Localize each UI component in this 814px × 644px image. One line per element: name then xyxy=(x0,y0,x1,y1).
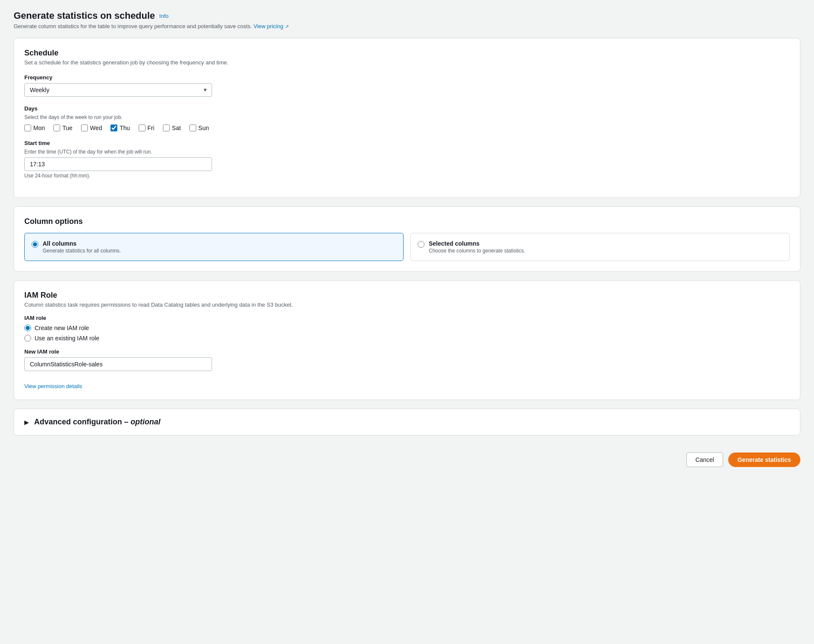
create-new-iam-role-item[interactable]: Create new IAM role xyxy=(24,325,790,331)
iam-role-label: IAM role xyxy=(24,315,790,321)
day-fri-checkbox[interactable] xyxy=(139,125,145,131)
schedule-card: Schedule Set a schedule for the statisti… xyxy=(14,38,800,198)
day-thu-checkbox[interactable] xyxy=(110,125,117,131)
schedule-subtitle: Set a schedule for the statistics genera… xyxy=(24,59,790,66)
start-time-input[interactable] xyxy=(24,157,212,171)
day-mon-checkbox[interactable] xyxy=(24,125,31,131)
all-columns-content: All columns Generate statistics for all … xyxy=(43,240,121,254)
schedule-title: Schedule xyxy=(24,49,790,58)
selected-columns-title: Selected columns xyxy=(429,240,525,247)
create-new-iam-radio[interactable] xyxy=(24,325,31,331)
days-helper: Select the days of the week to run your … xyxy=(24,114,790,120)
page-title: Generate statistics on schedule xyxy=(14,10,155,21)
new-iam-role-group: New IAM role xyxy=(24,348,790,371)
iam-role-radio-group: IAM role Create new IAM role Use an exis… xyxy=(24,315,790,342)
column-options-grid: All columns Generate statistics for all … xyxy=(24,233,790,261)
page-header: Generate statistics on schedule Info Gen… xyxy=(14,10,800,29)
all-columns-option[interactable]: All columns Generate statistics for all … xyxy=(24,233,404,261)
advanced-config-title: Advanced configuration – optional xyxy=(34,418,160,426)
frequency-select-wrapper: Weekly Hourly Daily Monthly Custom ▼ xyxy=(24,83,212,97)
day-mon[interactable]: Mon xyxy=(24,125,45,131)
days-group: Days Select the days of the week to run … xyxy=(24,105,790,131)
all-columns-radio[interactable] xyxy=(32,241,38,248)
iam-role-card: IAM Role Column statistics task requires… xyxy=(14,280,800,400)
day-fri-label: Fri xyxy=(148,125,154,131)
selected-columns-desc: Choose the columns to generate statistic… xyxy=(429,248,525,254)
day-tue-checkbox[interactable] xyxy=(53,125,60,131)
day-sun-checkbox[interactable] xyxy=(189,125,196,131)
selected-columns-content: Selected columns Choose the columns to g… xyxy=(429,240,525,254)
use-existing-iam-radio[interactable] xyxy=(24,335,31,342)
all-columns-desc: Generate statistics for all columns. xyxy=(43,248,121,254)
new-iam-role-input[interactable] xyxy=(24,357,212,371)
cancel-button[interactable]: Cancel xyxy=(686,453,723,467)
advanced-config-toggle[interactable]: ▶ Advanced configuration – optional xyxy=(24,418,790,426)
day-sat-label: Sat xyxy=(172,125,181,131)
start-time-helper: Enter the time (UTC) of the day for when… xyxy=(24,149,790,155)
day-sat-checkbox[interactable] xyxy=(163,125,170,131)
day-wed[interactable]: Wed xyxy=(81,125,102,131)
footer-buttons: Cancel Generate statistics xyxy=(14,444,800,476)
day-wed-label: Wed xyxy=(90,125,102,131)
day-mon-label: Mon xyxy=(33,125,45,131)
frequency-select[interactable]: Weekly Hourly Daily Monthly Custom xyxy=(24,83,212,97)
iam-role-subtitle: Column statistics task requires permissi… xyxy=(24,302,790,308)
new-iam-role-label: New IAM role xyxy=(24,348,790,355)
advanced-config-card: ▶ Advanced configuration – optional xyxy=(14,409,800,435)
info-link[interactable]: Info xyxy=(159,13,169,19)
start-time-group: Start time Enter the time (UTC) of the d… xyxy=(24,140,790,179)
day-wed-checkbox[interactable] xyxy=(81,125,88,131)
external-link-icon: ↗ xyxy=(285,24,289,29)
day-thu[interactable]: Thu xyxy=(110,125,130,131)
day-thu-label: Thu xyxy=(119,125,130,131)
column-options-title: Column options xyxy=(24,217,790,226)
all-columns-title: All columns xyxy=(43,240,121,247)
page-subtitle: Generate column statistics for the table… xyxy=(14,23,800,29)
view-permission-link[interactable]: View permission details xyxy=(24,383,82,389)
day-tue-label: Tue xyxy=(62,125,73,131)
days-label: Days xyxy=(24,105,790,112)
frequency-group: Frequency Weekly Hourly Daily Monthly Cu… xyxy=(24,74,790,97)
iam-role-title: IAM Role xyxy=(24,291,790,300)
pricing-link[interactable]: View pricing ↗ xyxy=(253,23,288,29)
day-tue[interactable]: Tue xyxy=(53,125,73,131)
use-existing-iam-role-item[interactable]: Use an existing IAM role xyxy=(24,335,790,342)
column-options-card: Column options All columns Generate stat… xyxy=(14,206,800,272)
create-new-iam-label: Create new IAM role xyxy=(35,325,89,331)
generate-statistics-button[interactable]: Generate statistics xyxy=(728,453,800,467)
day-fri[interactable]: Fri xyxy=(139,125,154,131)
day-sun[interactable]: Sun xyxy=(189,125,209,131)
day-sat[interactable]: Sat xyxy=(163,125,181,131)
use-existing-iam-label: Use an existing IAM role xyxy=(35,335,99,342)
start-time-label: Start time xyxy=(24,140,790,146)
start-time-hint: Use 24-hour format (hh:mm). xyxy=(24,173,790,179)
frequency-label: Frequency xyxy=(24,74,790,81)
selected-columns-radio[interactable] xyxy=(418,241,424,248)
triangle-right-icon: ▶ xyxy=(24,419,29,426)
selected-columns-option[interactable]: Selected columns Choose the columns to g… xyxy=(410,233,790,261)
day-sun-label: Sun xyxy=(198,125,209,131)
days-checkboxes: Mon Tue Wed Thu Fri Sat xyxy=(24,125,790,131)
